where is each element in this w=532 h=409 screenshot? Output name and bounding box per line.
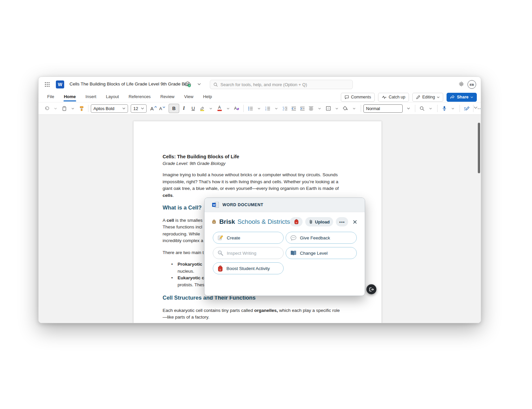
bullet-dot: • — [171, 275, 178, 282]
tab-home[interactable]: Home — [64, 93, 76, 101]
align-button[interactable] — [307, 104, 315, 113]
vertical-scrollbar-thumb[interactable] — [478, 123, 480, 173]
borders-button[interactable] — [324, 104, 332, 113]
collapse-ribbon-chevron[interactable] — [474, 106, 477, 109]
tab-insert[interactable]: Insert — [85, 93, 97, 101]
upload-label: Upload — [315, 219, 330, 224]
inspect-writing-button[interactable]: Inspect Writing — [213, 247, 284, 259]
catch-up-button[interactable]: Catch up — [378, 93, 409, 102]
app-launcher-button[interactable] — [45, 82, 50, 87]
open-book-icon — [290, 250, 297, 256]
tab-review[interactable]: Review — [160, 93, 175, 101]
word-app-icon[interactable]: W — [56, 80, 64, 88]
screen: W Cells The Building Blocks of Life Grad… — [0, 0, 532, 409]
tab-view[interactable]: View — [184, 93, 194, 101]
catch-up-label: Catch up — [389, 95, 405, 99]
export-arrow-icon — [369, 287, 374, 292]
search-bar[interactable]: Search for tools, help, and more (Option… — [210, 80, 353, 89]
active-tab-underline — [64, 100, 76, 101]
find-menu-chevron[interactable] — [426, 104, 435, 113]
undo-menu-chevron[interactable] — [51, 104, 60, 113]
brisk-more-button[interactable]: ••• — [336, 217, 348, 226]
tab-references[interactable]: References — [128, 93, 151, 101]
shading-menu-chevron[interactable] — [350, 104, 358, 113]
toolbar-divider — [88, 105, 88, 112]
styles-menu-chevron[interactable] — [404, 104, 413, 113]
search-placeholder: Search for tools, help, and more (Option… — [220, 82, 307, 87]
bullet-dot: • — [171, 261, 178, 268]
bullet-list-menu-chevron[interactable] — [255, 104, 263, 113]
brisk-backpack-button[interactable] — [290, 217, 303, 226]
font-color-button[interactable]: A — [215, 104, 224, 113]
clear-formatting-button[interactable]: A — [232, 104, 241, 113]
menu-right-actions: Comments Catch up Editing — [341, 93, 481, 102]
editing-mode-button[interactable]: Editing — [412, 93, 443, 102]
bold-button[interactable]: B — [169, 104, 179, 113]
numbered-list-menu-chevron[interactable] — [272, 104, 281, 113]
italic-button[interactable]: I — [179, 104, 189, 113]
share-button[interactable]: Share — [447, 93, 477, 102]
increase-indent-button[interactable] — [298, 104, 307, 113]
settings-gear-icon[interactable] — [459, 81, 464, 87]
upload-button[interactable]: Upload — [305, 217, 333, 226]
dictate-menu-chevron[interactable] — [449, 104, 457, 113]
format-painter-button[interactable] — [77, 104, 86, 113]
title-chevron-icon[interactable] — [198, 83, 201, 85]
editing-label: Editing — [422, 95, 435, 99]
align-menu-chevron[interactable] — [315, 104, 324, 113]
chevron-down-icon — [141, 107, 144, 109]
give-feedback-label: Give Feedback — [300, 235, 330, 240]
dictate-button[interactable] — [440, 104, 449, 113]
tab-help[interactable]: Help — [203, 93, 212, 101]
font-name-select[interactable]: Aptos Bold — [91, 104, 128, 113]
word-document-icon: W — [212, 202, 219, 208]
multilevel-list-button[interactable] — [281, 104, 289, 113]
account-avatar[interactable]: EB — [467, 80, 476, 89]
change-level-button[interactable]: Change Level — [286, 247, 357, 259]
numbered-list-button[interactable]: 123 — [263, 104, 272, 113]
shading-button[interactable] — [341, 104, 350, 113]
shrink-font-button[interactable]: A — [158, 104, 167, 113]
brisk-extension-popup: W WORD DOCUMENT Brisk Schools & District… — [204, 198, 365, 296]
decrease-indent-button[interactable] — [289, 104, 298, 113]
undo-button[interactable] — [43, 104, 51, 113]
tab-layout[interactable]: Layout — [106, 93, 119, 101]
brisk-close-button[interactable] — [351, 218, 359, 226]
editor-button[interactable] — [462, 104, 471, 113]
more-dots-glyph: ••• — [339, 219, 345, 224]
svg-text:W: W — [213, 204, 215, 206]
brisk-popout-button[interactable] — [366, 284, 376, 294]
create-label: Create — [227, 235, 240, 240]
font-size-select[interactable]: 12 — [131, 104, 147, 113]
paste-menu-chevron[interactable] — [68, 104, 77, 113]
comments-button[interactable]: Comments — [341, 93, 375, 102]
bullet-list-button[interactable] — [246, 104, 255, 113]
brisk-brand-name: Brisk — [219, 218, 235, 225]
close-x-icon — [353, 220, 357, 224]
doc-paragraph: Each eukaryotic cell contains tiny parts… — [163, 307, 352, 321]
give-feedback-button[interactable]: Give Feedback — [286, 232, 357, 244]
waffle-grid-icon — [45, 82, 50, 87]
word-app-window: W Cells The Building Blocks of Life Grad… — [38, 76, 481, 323]
comment-bubble-icon — [344, 95, 349, 99]
brisk-doc-type-label: WORD DOCUMENT — [222, 203, 263, 207]
styles-select[interactable]: Normal — [363, 104, 403, 113]
borders-menu-chevron[interactable] — [332, 104, 341, 113]
find-button[interactable] — [418, 104, 426, 113]
highlight-button[interactable] — [198, 104, 206, 113]
create-pencil-icon — [217, 235, 223, 241]
paste-button[interactable] — [60, 104, 68, 113]
grow-font-button[interactable]: A — [149, 104, 158, 113]
underline-button[interactable]: U — [189, 104, 198, 113]
comments-label: Comments — [351, 95, 371, 99]
brisk-popup-header: W WORD DOCUMENT — [204, 198, 365, 212]
caret-up-icon — [154, 106, 157, 108]
font-color-menu-chevron[interactable] — [224, 104, 232, 113]
change-level-label: Change Level — [300, 251, 328, 256]
document-title[interactable]: Cells The Building Blocks of Life Grade … — [69, 81, 189, 86]
highlight-menu-chevron[interactable] — [206, 104, 215, 113]
tab-file[interactable]: File — [47, 93, 55, 101]
titlebar: W Cells The Building Blocks of Life Grad… — [39, 77, 481, 92]
create-button[interactable]: Create — [213, 232, 284, 244]
boost-student-activity-button[interactable]: Boost Student Activity — [213, 262, 284, 274]
